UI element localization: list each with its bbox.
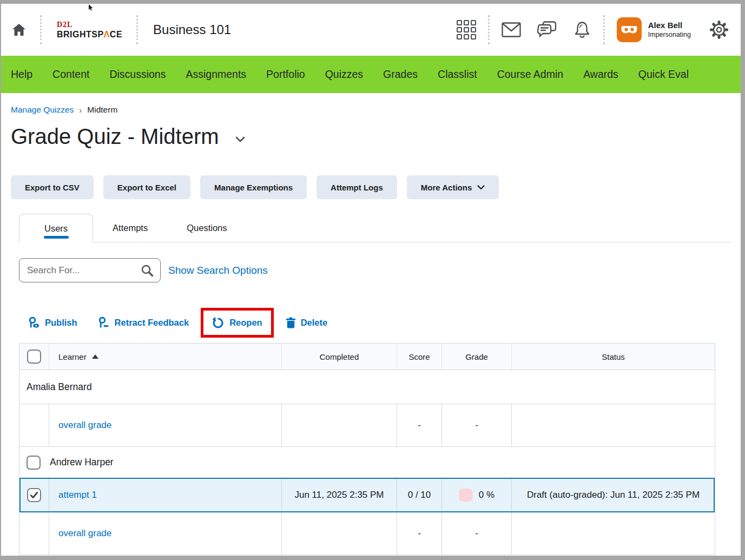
search-input[interactable] bbox=[27, 265, 141, 276]
more-actions-button[interactable]: More Actions bbox=[407, 175, 499, 199]
notifications-bell-icon[interactable] bbox=[573, 21, 591, 39]
row-checkbox-cell bbox=[19, 479, 49, 511]
table-header-row: Learner Completed Score Grade Status bbox=[19, 344, 715, 370]
score-cell: - bbox=[397, 404, 442, 446]
header-learner[interactable]: Learner bbox=[49, 344, 282, 370]
header-divider bbox=[603, 15, 605, 44]
breadcrumb-manage-quizzes[interactable]: Manage Quizzes bbox=[11, 105, 74, 115]
nav-course-admin[interactable]: Course Admin bbox=[497, 68, 563, 81]
show-search-options-link[interactable]: Show Search Options bbox=[168, 265, 268, 276]
d2l-logo-text: D2L bbox=[57, 21, 122, 29]
header-grade: Grade bbox=[442, 344, 512, 370]
email-icon[interactable] bbox=[502, 22, 521, 37]
row-checkbox-cell bbox=[19, 404, 49, 446]
retract-feedback-icon bbox=[98, 317, 110, 328]
course-title: Business 101 bbox=[153, 22, 231, 37]
publish-icon bbox=[28, 317, 40, 328]
chevron-down-icon bbox=[477, 185, 485, 190]
logo-accent-caret: Λ bbox=[104, 30, 110, 39]
header-divider bbox=[488, 15, 490, 44]
bulk-actions: Publish Retract Feedback Reopen bbox=[28, 307, 731, 338]
status-cell: Draft (auto-graded): Jun 11, 2025 2:35 P… bbox=[512, 479, 715, 511]
reopen-highlight-box: Reopen bbox=[201, 308, 274, 338]
header-checkbox-cell bbox=[19, 344, 49, 370]
retract-feedback-action[interactable]: Retract Feedback bbox=[98, 317, 189, 328]
attempt-row-selected: attempt 1 Jun 11, 2025 2:35 PM 0 / 10 0 … bbox=[19, 478, 715, 512]
grade-indicator-pill bbox=[459, 489, 473, 502]
delete-action[interactable]: Delete bbox=[286, 317, 328, 328]
page-title: Grade Quiz - Midterm bbox=[11, 124, 219, 149]
learner-group-row: Amalia Bernard bbox=[19, 370, 715, 404]
grade-cell: - bbox=[442, 404, 512, 446]
row-checkbox-cell bbox=[19, 512, 49, 555]
tab-users[interactable]: Users bbox=[19, 214, 93, 242]
publish-action[interactable]: Publish bbox=[28, 317, 77, 328]
header-divider bbox=[136, 15, 138, 44]
status-cell bbox=[512, 512, 715, 555]
course-navbar: Help Content Discussions Assignments Por… bbox=[1, 56, 741, 93]
learner-checkbox[interactable] bbox=[27, 456, 41, 470]
attempt-logs-button[interactable]: Attempt Logs bbox=[317, 175, 397, 199]
completed-cell bbox=[282, 404, 397, 446]
nav-quizzes[interactable]: Quizzes bbox=[325, 68, 363, 81]
home-icon[interactable] bbox=[11, 23, 27, 36]
nav-grades[interactable]: Grades bbox=[383, 68, 418, 81]
user-name: Alex Bell bbox=[648, 21, 691, 31]
score-cell: 0 / 10 bbox=[397, 479, 442, 511]
nav-portfolio[interactable]: Portfolio bbox=[266, 68, 305, 81]
nav-help[interactable]: Help bbox=[11, 68, 32, 81]
chat-icon[interactable] bbox=[537, 21, 557, 38]
nav-classlist[interactable]: Classlist bbox=[438, 68, 477, 81]
user-menu[interactable]: Alex Bell Impersonating bbox=[617, 17, 691, 42]
select-all-checkbox[interactable] bbox=[27, 350, 41, 364]
reopen-action[interactable]: Reopen bbox=[212, 317, 262, 329]
status-cell bbox=[512, 404, 715, 446]
nav-awards[interactable]: Awards bbox=[583, 68, 618, 81]
header-divider bbox=[40, 15, 42, 44]
app-grid-icon[interactable] bbox=[457, 20, 476, 39]
tab-questions[interactable]: Questions bbox=[167, 214, 246, 242]
score-cell: - bbox=[397, 512, 442, 555]
grade-cell: - bbox=[442, 512, 512, 555]
completed-cell: Jun 11, 2025 2:35 PM bbox=[282, 479, 397, 511]
header-status: Status bbox=[512, 344, 715, 370]
overall-grade-row: overall grade - - bbox=[19, 404, 715, 447]
nav-discussions[interactable]: Discussions bbox=[109, 68, 166, 81]
breadcrumb-separator: › bbox=[79, 106, 82, 115]
user-status: Impersonating bbox=[648, 31, 691, 39]
nav-assignments[interactable]: Assignments bbox=[186, 68, 246, 81]
mouse-cursor bbox=[88, 4, 93, 11]
learner-name: Amalia Bernard bbox=[27, 381, 92, 393]
toolbar: Export to CSV Export to Excel Manage Exe… bbox=[11, 175, 731, 199]
browser-viewport: D2L BRIGHTSPΛCE Business 101 bbox=[1, 4, 741, 556]
export-to-csv-button[interactable]: Export to CSV bbox=[11, 175, 94, 199]
overall-grade-row: overall grade - - bbox=[19, 512, 715, 555]
nav-quick-eval[interactable]: Quick Eval bbox=[638, 68, 689, 81]
header-score: Score bbox=[397, 344, 442, 370]
attempt-checkbox-checked[interactable] bbox=[27, 488, 41, 502]
gear-icon[interactable] bbox=[709, 20, 729, 39]
top-header: D2L BRIGHTSPΛCE Business 101 bbox=[1, 4, 741, 56]
breadcrumb-current: Midterm bbox=[87, 105, 117, 115]
overall-grade-link[interactable]: overall grade bbox=[58, 528, 111, 539]
breadcrumb: Manage Quizzes › Midterm bbox=[11, 104, 731, 116]
search-icon[interactable] bbox=[141, 264, 154, 277]
search-box bbox=[19, 258, 161, 282]
title-chevron-down-icon[interactable] bbox=[235, 136, 245, 142]
completed-cell bbox=[282, 512, 397, 555]
sort-ascending-icon bbox=[92, 354, 98, 359]
attempt-link[interactable]: attempt 1 bbox=[58, 490, 97, 500]
brightspace-logo[interactable]: D2L BRIGHTSPΛCE bbox=[57, 21, 122, 39]
tab-attempts[interactable]: Attempts bbox=[93, 214, 167, 242]
export-to-excel-button[interactable]: Export to Excel bbox=[103, 175, 190, 199]
manage-exemptions-button[interactable]: Manage Exemptions bbox=[200, 175, 307, 199]
trash-icon bbox=[286, 317, 296, 328]
nav-content[interactable]: Content bbox=[52, 68, 89, 81]
overall-grade-link[interactable]: overall grade bbox=[58, 420, 111, 431]
learner-name: Andrew Harper bbox=[50, 457, 114, 468]
impersonating-mask-avatar bbox=[617, 17, 642, 42]
reopen-icon bbox=[212, 317, 225, 329]
grade-cell: 0 % bbox=[442, 479, 512, 511]
users-table: Learner Completed Score Grade Status Ama… bbox=[19, 343, 715, 555]
learner-group-row: Andrew Harper bbox=[19, 447, 715, 478]
